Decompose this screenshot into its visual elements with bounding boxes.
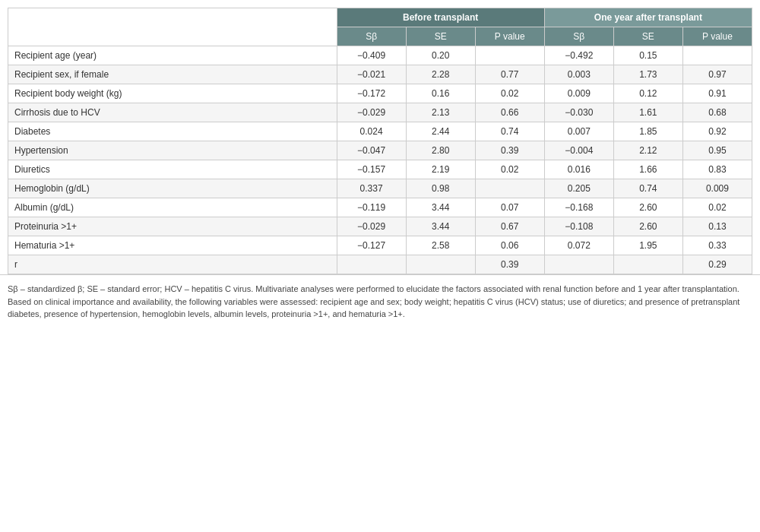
before-pval-cell [475, 179, 544, 198]
before-pval-cell [475, 46, 544, 65]
table-row: Hemoglobin (g/dL)0.3370.980.2050.740.009 [8, 179, 752, 198]
row-label: Proteinuria >1+ [8, 217, 337, 236]
row-label: Recipient sex, if female [8, 65, 337, 84]
before-pval-header: P value [475, 27, 544, 46]
footnote: Sβ – standardized β; SE – standard error… [0, 274, 760, 328]
row-label: Albumin (g/dL) [8, 198, 337, 217]
table-row: Recipient age (year)−0.4090.20−0.4920.15 [8, 46, 752, 65]
before-se-cell: 3.44 [406, 217, 475, 236]
after-se-cell: 0.74 [613, 179, 682, 198]
after-sb-cell: 0.072 [544, 236, 613, 255]
row-label: Cirrhosis due to HCV [8, 103, 337, 122]
after-transplant-header: One year after transplant [544, 8, 752, 27]
table-row: Proteinuria >1+−0.0293.440.67−0.1082.600… [8, 217, 752, 236]
row-label: Hypertension [8, 141, 337, 160]
before-sb-cell: −0.047 [337, 141, 406, 160]
before-sb-cell: −0.172 [337, 84, 406, 103]
after-se-cell: 1.73 [613, 65, 682, 84]
data-table: Before transplant One year after transpl… [8, 8, 752, 274]
after-pval-cell: 0.13 [682, 217, 752, 236]
before-sb-cell: −0.157 [337, 160, 406, 179]
after-sb-cell: 0.007 [544, 122, 613, 141]
before-sb-cell: −0.029 [337, 217, 406, 236]
after-pval-cell [682, 46, 752, 65]
before-se-cell: 0.20 [406, 46, 475, 65]
before-pval-cell: 0.39 [475, 141, 544, 160]
after-pval-cell: 0.95 [682, 141, 752, 160]
before-pval-cell: 0.39 [475, 255, 544, 274]
after-sb-cell: −0.168 [544, 198, 613, 217]
after-pval-cell: 0.83 [682, 160, 752, 179]
after-se-cell: 1.85 [613, 122, 682, 141]
after-se-cell: 1.66 [613, 160, 682, 179]
after-se-cell: 2.60 [613, 198, 682, 217]
table-row: Hypertension−0.0472.800.39−0.0042.120.95 [8, 141, 752, 160]
after-se-cell: 0.12 [613, 84, 682, 103]
after-sb-header: Sβ [544, 27, 613, 46]
after-sb-cell: 0.003 [544, 65, 613, 84]
table-row: Recipient body weight (kg)−0.1720.160.02… [8, 84, 752, 103]
after-pval-cell: 0.91 [682, 84, 752, 103]
after-pval-cell: 0.29 [682, 255, 752, 274]
before-se-cell: 2.44 [406, 122, 475, 141]
before-se-header: SE [406, 27, 475, 46]
before-sb-header: Sβ [337, 27, 406, 46]
row-label: Diuretics [8, 160, 337, 179]
table-row: Recipient sex, if female−0.0212.280.770.… [8, 65, 752, 84]
before-pval-cell: 0.74 [475, 122, 544, 141]
after-pval-cell: 0.33 [682, 236, 752, 255]
row-label: Diabetes [8, 122, 337, 141]
after-pval-header: P value [682, 27, 752, 46]
before-se-cell: 2.13 [406, 103, 475, 122]
before-se-cell: 3.44 [406, 198, 475, 217]
table-row: r0.390.29 [8, 255, 752, 274]
after-pval-cell: 0.009 [682, 179, 752, 198]
row-label: Hematuria >1+ [8, 236, 337, 255]
before-se-cell [406, 255, 475, 274]
before-se-cell: 2.58 [406, 236, 475, 255]
before-sb-cell [337, 255, 406, 274]
after-sb-cell: −0.030 [544, 103, 613, 122]
after-se-cell: 1.95 [613, 236, 682, 255]
before-se-cell: 0.16 [406, 84, 475, 103]
row-label: r [8, 255, 337, 274]
before-pval-cell: 0.77 [475, 65, 544, 84]
table-row: Cirrhosis due to HCV−0.0292.130.66−0.030… [8, 103, 752, 122]
table-wrapper: Before transplant One year after transpl… [0, 0, 760, 274]
before-sb-cell: −0.409 [337, 46, 406, 65]
before-transplant-header: Before transplant [337, 8, 544, 27]
before-pval-cell: 0.66 [475, 103, 544, 122]
after-sb-cell: 0.205 [544, 179, 613, 198]
after-pval-cell: 0.97 [682, 65, 752, 84]
before-pval-cell: 0.06 [475, 236, 544, 255]
before-sb-cell: −0.119 [337, 198, 406, 217]
before-sb-cell: 0.024 [337, 122, 406, 141]
before-pval-cell: 0.02 [475, 160, 544, 179]
table-row: Hematuria >1+−0.1272.580.060.0721.950.33 [8, 236, 752, 255]
before-se-cell: 2.19 [406, 160, 475, 179]
after-sb-cell: −0.108 [544, 217, 613, 236]
after-se-cell: 0.15 [613, 46, 682, 65]
table-row: Diabetes0.0242.440.740.0071.850.92 [8, 122, 752, 141]
before-pval-cell: 0.02 [475, 84, 544, 103]
before-pval-cell: 0.67 [475, 217, 544, 236]
after-se-cell: 1.61 [613, 103, 682, 122]
row-label: Recipient body weight (kg) [8, 84, 337, 103]
after-sb-cell: 0.016 [544, 160, 613, 179]
after-se-header: SE [613, 27, 682, 46]
before-se-cell: 2.80 [406, 141, 475, 160]
after-se-cell: 2.12 [613, 141, 682, 160]
before-pval-cell: 0.07 [475, 198, 544, 217]
after-sb-cell: 0.009 [544, 84, 613, 103]
table-row: Diuretics−0.1572.190.020.0161.660.83 [8, 160, 752, 179]
after-sb-cell [544, 255, 613, 274]
empty-header [8, 8, 337, 46]
row-label: Hemoglobin (g/dL) [8, 179, 337, 198]
before-sb-cell: −0.021 [337, 65, 406, 84]
after-se-cell [613, 255, 682, 274]
before-se-cell: 0.98 [406, 179, 475, 198]
before-sb-cell: −0.127 [337, 236, 406, 255]
before-sb-cell: 0.337 [337, 179, 406, 198]
after-sb-cell: −0.492 [544, 46, 613, 65]
after-pval-cell: 0.92 [682, 122, 752, 141]
